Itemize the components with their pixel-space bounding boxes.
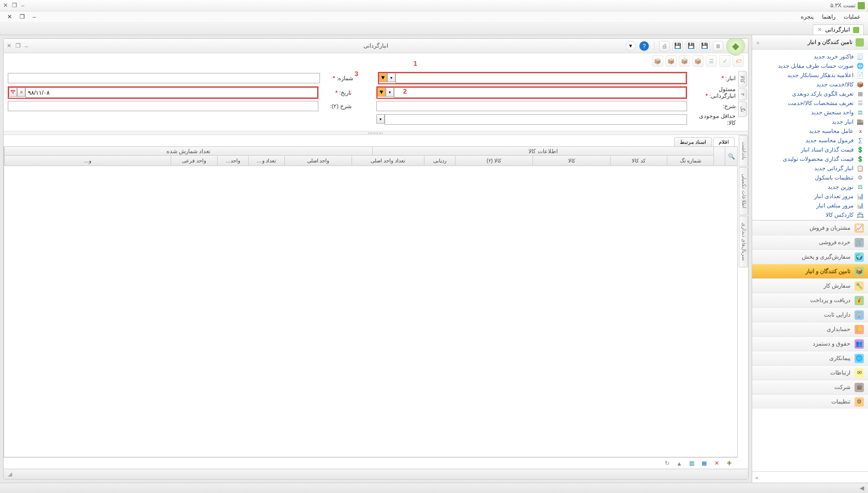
side-tab-1[interactable]: کالا	[738, 71, 747, 87]
col-main-unit[interactable]: واحد اصلی	[284, 156, 352, 166]
nav-item-scale-settings[interactable]: ⚙تنظیمات باسکول	[753, 173, 867, 182]
grid-tab-related-docs[interactable]: اسناد مرتبط	[674, 137, 712, 146]
side-tab-2[interactable]: ۲	[738, 88, 747, 100]
module-ordering[interactable]: 🌍سفارش‌گیری و پخش	[752, 249, 868, 264]
grid-side-tab-details[interactable]: اطلاعات تکمیلی	[739, 167, 748, 215]
col-product-2[interactable]: کالا (۲)	[455, 156, 532, 166]
module-payments[interactable]: 💰دریافت و پرداخت	[752, 293, 868, 307]
anbar-lookup-button[interactable]: ⯆	[379, 73, 387, 82]
nav-item-calc-formula[interactable]: ∑فرمول محاسبه جدید	[753, 136, 867, 145]
module-work-order[interactable]: 🔧سفارش کار	[752, 278, 868, 293]
input-sharh2[interactable]	[8, 101, 318, 111]
nav-item-debit-credit-note[interactable]: 📄اعلامیه بدهکار بستانکار جدید	[753, 70, 867, 80]
module-suppliers-warehouse[interactable]: 📦تامین کنندگان و انبار	[752, 264, 868, 278]
action-check-button[interactable]: ✓	[719, 55, 730, 67]
col-sub-unit[interactable]: واحد فرعی	[171, 156, 217, 166]
tarikh-calendar-button[interactable]: 📅	[9, 87, 17, 97]
doc-close-button[interactable]: ✕	[7, 42, 11, 49]
save-button[interactable]: 💾	[699, 41, 710, 51]
input-shomare[interactable]	[8, 73, 320, 83]
nav-item-warehouse-pricing[interactable]: 💲قیمت گذاری اسناد انبار	[753, 145, 867, 154]
module-accounting[interactable]: 📒حسابداری	[752, 322, 868, 336]
grid-side-tab-notes[interactable]: یادداشت	[739, 135, 748, 167]
action-list-button[interactable]: ☰	[706, 55, 717, 67]
resize-handle[interactable]: ◢	[8, 471, 12, 477]
col-qty-and[interactable]: تعداد و…	[248, 156, 284, 166]
module-fixed-assets[interactable]: 🏢دارایی ثابت	[752, 307, 868, 322]
mdi-minimize-button[interactable]: –	[29, 12, 39, 21]
nav-item-new-purchase-invoice[interactable]: 🧾فاکتور خرید جدید	[753, 52, 867, 61]
close-button[interactable]: ✕	[3, 2, 8, 9]
col-and[interactable]: و…	[4, 156, 171, 166]
grid-excel-button[interactable]: ▥	[687, 459, 696, 468]
nav-item-new-product[interactable]: 📦کالا/خدمت جدید	[753, 80, 867, 89]
grid-tab-items[interactable]: اقلام	[713, 137, 735, 146]
help-button[interactable]: ?	[639, 41, 649, 51]
module-payroll[interactable]: 👥حقوق و دستمزد	[752, 336, 868, 351]
module-communications[interactable]: ✉ارتباطات	[752, 365, 868, 380]
nav-item-new-unit[interactable]: ⚖واحد سنجش جدید	[753, 108, 867, 117]
masoul-dropdown-button[interactable]: ▾	[386, 87, 394, 97]
nav-item-barcode-pattern[interactable]: ▦تعریف الگوی بارکد دوبعدی	[753, 89, 867, 98]
save-new-button[interactable]: 💾	[686, 41, 696, 51]
mdi-close-button[interactable]: ✕	[4, 12, 15, 21]
grid-search-button[interactable]: 🔍	[725, 146, 738, 166]
menu-window[interactable]: پنجره	[798, 12, 817, 21]
min-stock-dropdown-button[interactable]: ▾	[376, 114, 385, 124]
mdi-restore-button[interactable]: ❐	[17, 12, 28, 21]
col-tracking[interactable]: ردیابی	[424, 156, 455, 166]
doc-minimize-button[interactable]: –	[25, 43, 28, 49]
nav-item-amount-review[interactable]: 📊مرور مبلغی انبار	[753, 201, 867, 210]
nav-item-kardex[interactable]: 📇کاردکس کالا	[753, 210, 867, 219]
grid-refresh-button[interactable]: ↻	[662, 459, 672, 468]
nav-collapse-button[interactable]: «	[756, 39, 759, 46]
document-tab[interactable]: انبارگردانی ✕	[813, 24, 864, 35]
masoul-lookup-button[interactable]: ⯆	[377, 87, 386, 97]
document-tab-close[interactable]: ✕	[817, 26, 822, 33]
maximize-button[interactable]: ❐	[12, 2, 17, 9]
module-settings[interactable]: ⚙تنظیمات	[752, 394, 868, 409]
tarikh-clear-button[interactable]: ✕	[17, 87, 25, 97]
menu-operations[interactable]: عملیات	[841, 12, 864, 21]
action-box4-button[interactable]: 📦	[652, 55, 663, 67]
nav-item-calc-factor[interactable]: ｘعامل محاسبه جدید	[753, 126, 867, 136]
minimize-button[interactable]: –	[21, 2, 24, 9]
action-box2-button[interactable]: 📦	[679, 55, 690, 67]
col-main-qty[interactable]: تعداد واحد اصلی	[352, 156, 424, 166]
module-customers-sales[interactable]: 📈مشتریان و فروش	[752, 220, 868, 235]
splitter[interactable]	[4, 131, 748, 135]
grid-add-row-button[interactable]: ✚	[724, 459, 734, 468]
action-box3-button[interactable]: 📦	[665, 55, 677, 67]
col-unit-and[interactable]: واحد…	[217, 156, 248, 166]
new-button[interactable]: 🗎	[713, 41, 723, 51]
module-contracting[interactable]: 🌐پیمانکاری	[752, 351, 868, 365]
doc-maximize-button[interactable]: ❐	[16, 42, 21, 49]
nav-expand-button[interactable]: »	[755, 474, 758, 481]
nav-item-new-weighing[interactable]: ⚖توزین جدید	[753, 182, 867, 191]
input-anbar[interactable]	[395, 73, 686, 83]
col-product[interactable]: کالا	[532, 156, 610, 166]
nav-item-new-stocktaking[interactable]: 📋انبار گردانی جدید	[753, 163, 867, 173]
module-retail[interactable]: 🛒خرده فروشی	[752, 235, 868, 249]
anbar-dropdown-button[interactable]: ▾	[387, 73, 395, 82]
print-button[interactable]: 🖨	[659, 41, 669, 51]
nav-item-product-specs[interactable]: ☰تعریف مشخصات کالا/خدمت	[753, 98, 867, 108]
input-min-stock[interactable]	[385, 114, 687, 125]
nav-item-new-warehouse[interactable]: 🏬انبار جدید	[753, 117, 867, 126]
col-tag-number[interactable]: شماره تگ	[667, 156, 713, 166]
grid-delete-row-button[interactable]: ✕	[712, 459, 721, 468]
nav-item-product-pricing[interactable]: 💲قیمت گذاری محصولات تولیدی	[753, 154, 867, 163]
grid-side-tab-serials[interactable]: سریال‌های دیداری	[739, 216, 748, 267]
nav-item-counterparty-statement[interactable]: 🌐صورت حساب طرف مقابل جدید	[753, 61, 867, 70]
side-tab-3[interactable]: تگ	[738, 101, 747, 117]
menu-help[interactable]: راهنما	[819, 12, 839, 21]
input-masoul[interactable]	[394, 87, 686, 98]
action-tag-button[interactable]: 🏷	[733, 55, 744, 67]
input-tarikh[interactable]	[25, 87, 317, 98]
input-sharh[interactable]	[376, 101, 687, 111]
module-company[interactable]: 🏛شرکت	[752, 380, 868, 394]
nav-item-qty-review[interactable]: 📊مرور تعدادی انبار	[753, 191, 867, 201]
grid-view-button[interactable]: ▦	[699, 459, 709, 468]
col-product-code[interactable]: کد کالا	[610, 156, 667, 166]
grid-up-button[interactable]: ▲	[675, 459, 684, 468]
